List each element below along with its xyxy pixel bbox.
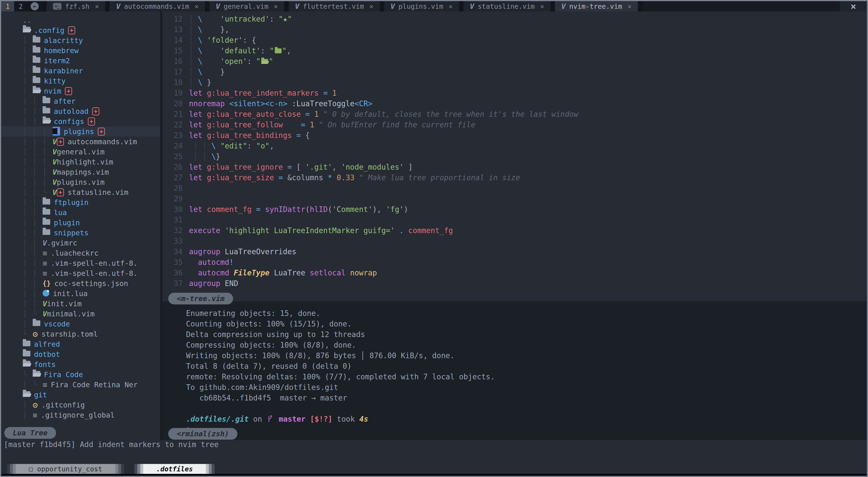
tree-row-.config[interactable]: .config+	[1, 25, 160, 35]
tree-indent-guide: │	[33, 178, 42, 186]
tree-row-configs[interactable]: ││configs+	[1, 116, 160, 127]
tree-row-Fira-Code-Retina-Ner[interactable]: │└≡Fira Code Retina Ner	[1, 380, 160, 390]
terminal-statusline-pill: <rminal(zsh)	[168, 428, 237, 440]
tree-item-label: configs	[54, 117, 84, 126]
vim-file-icon: V	[116, 3, 120, 10]
code-text: │ │ \ "edit": "o",	[183, 141, 274, 152]
tab-close-icon[interactable]: ×	[274, 2, 278, 10]
folder-open-icon	[33, 371, 40, 377]
code-line-22: 22let g:lua_tree_follow = 1 " On bufEnte…	[162, 121, 867, 131]
tmux-window-dotfiles[interactable]: .dotfiles	[134, 464, 215, 474]
tab-close-icon[interactable]: ×	[95, 2, 99, 10]
tabpage-2[interactable]: 2	[14, 1, 27, 11]
back-button[interactable]: ←	[27, 1, 42, 11]
code-editor[interactable]: 12│ \ 'untracked': "★"13│ \ },14│ \ 'fol…	[162, 11, 867, 293]
editor-statusline: <m-tree.vim	[162, 293, 867, 305]
tab-close-icon[interactable]: ×	[540, 2, 544, 10]
tree-row-git[interactable]: git	[1, 390, 160, 400]
tree-row-homebrew[interactable]: │homebrew	[1, 45, 160, 56]
code-line-33: 33	[162, 237, 867, 247]
tree-row-nvim[interactable]: │nvim+	[1, 86, 160, 96]
tree-row-plugins[interactable]: │││plugins+	[1, 127, 160, 137]
tree-row-alacritty[interactable]: │alacritty	[1, 35, 160, 45]
tree-row-fonts[interactable]: fonts	[1, 359, 160, 370]
folder-icon	[42, 108, 50, 113]
tree-row-init.vim[interactable]: ││Vinit.vim	[1, 299, 160, 309]
tab-close-icon[interactable]: ×	[194, 2, 199, 10]
folder-open-icon	[42, 118, 50, 124]
tree-row-vscode[interactable]: │vscode	[1, 319, 160, 329]
tree-row-statusline.vim[interactable]: ││└V+statusline.vim	[1, 187, 160, 197]
tree-row-kitty[interactable]: │kitty	[1, 76, 160, 86]
tree-item-label: .vim-spell-en.utf-8.	[51, 269, 137, 278]
tree-row-ftplugin[interactable]: ││ftplugin	[1, 197, 160, 207]
tree-row-plugins.vim[interactable]: │││Vplugins.vim	[1, 177, 160, 187]
tab-separator	[638, 1, 642, 11]
tree-row-.gitignore-global[interactable]: │≡.gitignore_global	[1, 410, 160, 420]
tree-row-general.vim[interactable]: │││Vgeneral.vim	[1, 147, 160, 157]
code-line-34: 34augroup LuaTreeOverrides	[162, 247, 867, 258]
tab-close-icon[interactable]: ×	[369, 2, 373, 10]
tab-nvim-tree.vim[interactable]: Vnvim-tree.vim×	[555, 1, 638, 11]
tree-item-label: plugins.vim	[57, 178, 104, 186]
vim-file-icon: V	[42, 300, 47, 307]
tree-row-plugin[interactable]: ││plugin	[1, 217, 160, 228]
tree-row-Fira-Code[interactable]: └Fira Code	[1, 370, 160, 380]
tree-row-init.lua[interactable]: ││init.lua	[1, 288, 160, 299]
vim-file-icon: V	[42, 239, 47, 247]
tree-indent-guide: │	[23, 117, 33, 125]
tmux-window-label: opportunity_cost	[37, 465, 102, 473]
tab-bar: 1 2 ← >_fzf.sh×Vautocommands.vim×Vgenera…	[1, 1, 867, 11]
tree-row-starship.toml[interactable]: └⚙starship.toml	[1, 329, 160, 339]
tree-row-.gitconfig[interactable]: │⚙.gitconfig	[1, 400, 160, 410]
tree-row-autocommands.vim[interactable]: │││V+autocommands.vim	[1, 137, 160, 147]
tree-row-..[interactable]: ..	[1, 15, 160, 25]
tab-statusline.vim[interactable]: Vstatusline.vim×	[464, 1, 551, 11]
tree-row-dotbot[interactable]: dotbot	[1, 349, 160, 359]
tree-row-iterm2[interactable]: │iterm2	[1, 56, 160, 66]
tree-row-autoload[interactable]: ││autoload+	[1, 106, 160, 116]
tab-plugins.vim[interactable]: Vplugins.vim×	[384, 1, 459, 11]
folder-icon	[42, 219, 50, 225]
tree-row-.vim-spell-en.utf-8.[interactable]: ││≡.vim-spell-en.utf-8.	[1, 268, 160, 278]
close-all-button[interactable]: ×	[840, 1, 867, 11]
tree-item-label: alfred	[34, 340, 60, 348]
tab-close-icon[interactable]: ×	[627, 2, 631, 10]
tabpage-1[interactable]: 1	[1, 1, 14, 11]
tree-row-highlight.vim[interactable]: │││Vhighlight.vim	[1, 157, 160, 167]
tree-row-alfred[interactable]: alfred	[1, 339, 160, 349]
file-tree-panel: ...config+│alacritty│homebrew│iterm2│kar…	[1, 11, 160, 440]
code-text: nnoremap <silent><c-n> :LuaTreeToggle<CR…	[183, 99, 373, 110]
tree-row-.luacheckrc[interactable]: ││≡.luacheckrc	[1, 248, 160, 258]
tree-item-label: .config	[34, 26, 64, 35]
tab-fzf.sh[interactable]: >_fzf.sh×	[46, 1, 105, 11]
tree-row-minimal.vim[interactable]: │└Vminimal.vim	[1, 309, 160, 319]
tab-fluttertest.vim[interactable]: Vfluttertest.vim×	[289, 1, 380, 11]
tab-close-icon[interactable]: ×	[448, 2, 453, 10]
shell-prompt-line[interactable]: ❯	[186, 425, 867, 436]
window-separator[interactable]	[160, 11, 162, 440]
tree-row-after[interactable]: ││after	[1, 96, 160, 106]
terminal-window[interactable]: <rminal(zsh) Enumerating objects: 15, do…	[162, 301, 867, 440]
code-line-37: 37augroup END	[162, 279, 867, 289]
text-file-icon: ≡	[42, 249, 47, 258]
folder-open-glyph	[261, 59, 268, 64]
tree-row-snippets[interactable]: ││snippets	[1, 228, 160, 238]
tree-indent-guide: │	[23, 57, 33, 65]
code-text: let g:lua_tree_size = &columns * 0.33 " …	[183, 173, 520, 184]
segment-band	[121, 464, 124, 474]
tree-row-.gvimrc[interactable]: ││V.gvimrc	[1, 238, 160, 248]
file-tree[interactable]: ...config+│alacritty│homebrew│iterm2│kar…	[1, 15, 160, 427]
tree-row-karabiner[interactable]: │karabiner	[1, 66, 160, 76]
tmux-window-opportunity-cost[interactable]: □ opportunity_cost	[7, 464, 124, 474]
tree-row-mappings.vim[interactable]: │││Vmappings.vim	[1, 167, 160, 177]
tab-autocommands.vim[interactable]: Vautocommands.vim×	[110, 1, 205, 11]
tree-row-lua[interactable]: ││lua	[1, 207, 160, 217]
tree-indent-guide: │	[42, 168, 53, 176]
line-number: 32	[162, 226, 183, 237]
terminal-output-line: Total 8 (delta 7), reused 0 (delta 0)	[186, 362, 867, 372]
tree-row-.vim-spell-en.utf-8.[interactable]: ││≡.vim-spell-en.utf-8.	[1, 258, 160, 268]
tree-indent-guide: │	[23, 381, 33, 388]
tab-general.vim[interactable]: Vgeneral.vim×	[210, 1, 284, 11]
tree-row-coc-settings.json[interactable]: ││{}coc-settings.json	[1, 278, 160, 288]
